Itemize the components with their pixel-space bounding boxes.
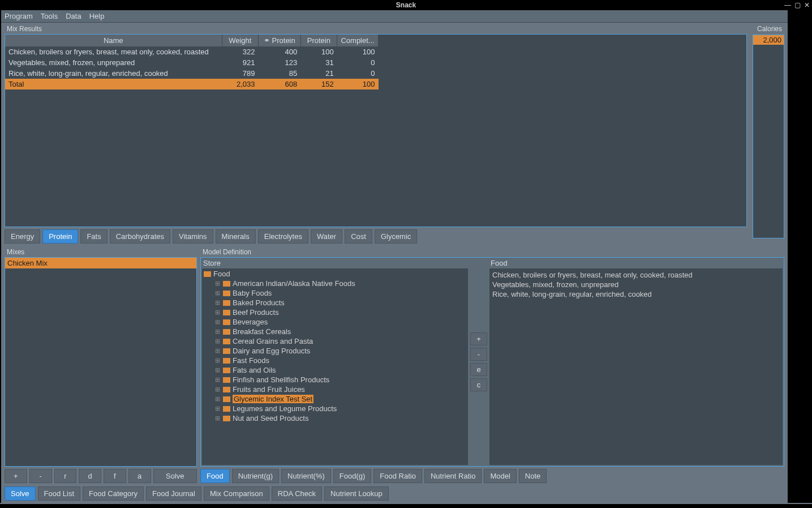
expand-icon[interactable]: ⊞ bbox=[215, 299, 221, 306]
tab-water[interactable]: Water bbox=[311, 229, 342, 244]
tree-item[interactable]: ⊞Beef Products bbox=[203, 308, 467, 317]
expand-icon[interactable]: ⊞ bbox=[215, 280, 221, 287]
tree-item[interactable]: ⊞Dairy and Egg Products bbox=[203, 346, 467, 356]
tree-item[interactable]: ⊞Baked Products bbox=[203, 298, 467, 308]
tab-model[interactable]: Model bbox=[484, 469, 516, 483]
col-aprotein[interactable]: ⚭ Protein bbox=[259, 35, 301, 46]
minimize-icon[interactable]: — bbox=[784, 1, 791, 9]
tree-item[interactable]: ⊞American Indian/Alaska Native Foods bbox=[203, 279, 467, 288]
expand-icon[interactable]: ⊞ bbox=[215, 366, 221, 374]
mixes-list[interactable]: Chicken Mix bbox=[5, 257, 197, 467]
folder-icon bbox=[223, 281, 230, 287]
tab-fats[interactable]: Fats bbox=[80, 229, 107, 244]
expand-icon[interactable]: ⊞ bbox=[215, 357, 221, 364]
expand-icon[interactable]: ⊞ bbox=[215, 318, 221, 326]
mix-add-button[interactable]: + bbox=[5, 469, 27, 483]
expand-icon[interactable]: ⊞ bbox=[215, 289, 221, 297]
mix-a-button[interactable]: a bbox=[128, 469, 151, 483]
menu-help[interactable]: Help bbox=[89, 12, 105, 20]
tab-minerals[interactable]: Minerals bbox=[216, 229, 256, 244]
tab-energy[interactable]: Energy bbox=[5, 229, 40, 244]
mix-solve-button[interactable]: Solve bbox=[153, 469, 197, 483]
tab-glycemic[interactable]: Glycemic bbox=[375, 229, 417, 244]
add-food-button[interactable]: + bbox=[470, 332, 487, 345]
expand-icon[interactable]: ⊞ bbox=[215, 395, 221, 403]
tree-item[interactable]: ⊞Fats and Oils bbox=[203, 365, 467, 375]
food-item[interactable]: Chicken, broilers or fryers, breast, mea… bbox=[492, 270, 780, 280]
expand-icon[interactable]: ⊞ bbox=[215, 328, 221, 335]
tab-food-category[interactable]: Food Category bbox=[83, 486, 144, 501]
col-complete[interactable]: Complet... bbox=[337, 35, 379, 46]
food-list[interactable]: Chicken, broilers or fryers, breast, mea… bbox=[489, 268, 783, 465]
expand-icon[interactable]: ⊞ bbox=[215, 405, 221, 412]
expand-icon[interactable]: ⊞ bbox=[215, 415, 221, 422]
table-total-row[interactable]: Total 2,033 608 152 100 bbox=[5, 79, 379, 89]
folder-icon bbox=[223, 358, 230, 364]
tab-nutrient-g[interactable]: Nutrient(g) bbox=[232, 469, 279, 483]
tree-item[interactable]: ⊞Fruits and Fruit Juices bbox=[203, 385, 467, 394]
tree-item[interactable]: ⊞Baby Foods bbox=[203, 288, 467, 298]
expand-icon[interactable]: ⊞ bbox=[215, 309, 221, 316]
tab-solve[interactable]: Solve bbox=[5, 486, 36, 501]
food-item[interactable]: Rice, white, long-grain, regular, enrich… bbox=[492, 289, 780, 299]
tab-cost[interactable]: Cost bbox=[345, 229, 372, 244]
calories-box: 2,000 bbox=[753, 35, 784, 238]
tab-food-ratio[interactable]: Food Ratio bbox=[373, 469, 422, 483]
col-weight[interactable]: Weight bbox=[222, 35, 259, 46]
tree-item[interactable]: ⊞Nut and Seed Products bbox=[203, 413, 467, 423]
table-row[interactable]: Rice, white, long-grain, regular, enrich… bbox=[5, 68, 379, 79]
mix-item[interactable]: Chicken Mix bbox=[5, 258, 196, 268]
app-frame: Program Tools Data Help Mix Results Name… bbox=[1, 10, 788, 503]
e-button[interactable]: e bbox=[470, 363, 487, 376]
menu-tools[interactable]: Tools bbox=[41, 12, 58, 20]
tree-item[interactable]: ⊞Breakfast Cereals bbox=[203, 327, 467, 336]
table-row[interactable]: Chicken, broilers or fryers, breast, mea… bbox=[5, 46, 379, 57]
remove-food-button[interactable]: - bbox=[470, 348, 487, 361]
mix-f-button[interactable]: f bbox=[104, 469, 126, 483]
tab-nutrient-pct[interactable]: Nutrient(%) bbox=[281, 469, 331, 483]
tab-rda-check[interactable]: RDA Check bbox=[272, 486, 322, 501]
table-row[interactable]: Vegetables, mixed, frozen, unprepared 92… bbox=[5, 57, 379, 68]
expand-icon[interactable]: ⊞ bbox=[215, 386, 221, 393]
tab-carbs[interactable]: Carbohydrates bbox=[110, 229, 170, 244]
tree-item[interactable]: ⊞Finfish and Shellfish Products bbox=[203, 375, 467, 385]
model-def-label: Model Definition bbox=[200, 247, 784, 257]
mix-r-button[interactable]: r bbox=[54, 469, 77, 483]
tree-item[interactable]: ⊞Cereal Grains and Pasta bbox=[203, 336, 467, 346]
tab-mix-comparison[interactable]: Mix Comparison bbox=[204, 486, 269, 501]
tab-food-g[interactable]: Food(g) bbox=[333, 469, 372, 483]
tab-food-list[interactable]: Food List bbox=[38, 486, 80, 501]
status-fq: Food Quotient: 0.92 bbox=[522, 506, 587, 509]
tab-note[interactable]: Note bbox=[519, 469, 547, 483]
tree-item[interactable]: ⊞Glycemic Index Test Set bbox=[203, 394, 467, 404]
tab-nutrient-lookup[interactable]: Nutrient Lookup bbox=[324, 486, 389, 501]
food-item[interactable]: Vegetables, mixed, frozen, unprepared bbox=[492, 280, 780, 289]
store-tree[interactable]: Food⊞American Indian/Alaska Native Foods… bbox=[202, 268, 468, 465]
c-button[interactable]: c bbox=[470, 378, 487, 391]
tab-electrolytes[interactable]: Electrolytes bbox=[258, 229, 308, 244]
tree-item[interactable]: ⊞Beverages bbox=[203, 317, 467, 327]
maximize-icon[interactable]: ▢ bbox=[794, 1, 801, 9]
menu-data[interactable]: Data bbox=[66, 12, 81, 20]
tab-food[interactable]: Food bbox=[200, 469, 230, 483]
mixes-buttons: + - r d f a Solve bbox=[5, 467, 197, 483]
mix-d-button[interactable]: d bbox=[79, 469, 101, 483]
tree-item[interactable]: ⊞Fast Foods bbox=[203, 356, 467, 365]
menu-program[interactable]: Program bbox=[5, 12, 33, 20]
col-protein[interactable]: Protein bbox=[300, 35, 337, 46]
tab-nutrient-ratio[interactable]: Nutrient Ratio bbox=[424, 469, 482, 483]
tree-item[interactable]: ⊞Legumes and Legume Products bbox=[203, 404, 467, 413]
close-icon[interactable]: ✕ bbox=[804, 1, 810, 9]
titlebar: Snack — ▢ ✕ bbox=[0, 0, 812, 10]
mix-remove-button[interactable]: - bbox=[29, 469, 52, 483]
mix-results-table: Name Weight ⚭ Protein Protein Complet...… bbox=[5, 35, 379, 89]
calories-value[interactable]: 2,000 bbox=[753, 35, 784, 45]
tab-food-journal[interactable]: Food Journal bbox=[146, 486, 201, 501]
tab-protein[interactable]: Protein bbox=[42, 229, 78, 244]
expand-icon[interactable]: ⊞ bbox=[215, 347, 221, 355]
tab-vitamins[interactable]: Vitamins bbox=[173, 229, 213, 244]
expand-icon[interactable]: ⊞ bbox=[215, 338, 221, 345]
tree-root[interactable]: Food bbox=[203, 269, 467, 279]
col-name[interactable]: Name bbox=[5, 35, 222, 46]
expand-icon[interactable]: ⊞ bbox=[215, 376, 221, 383]
